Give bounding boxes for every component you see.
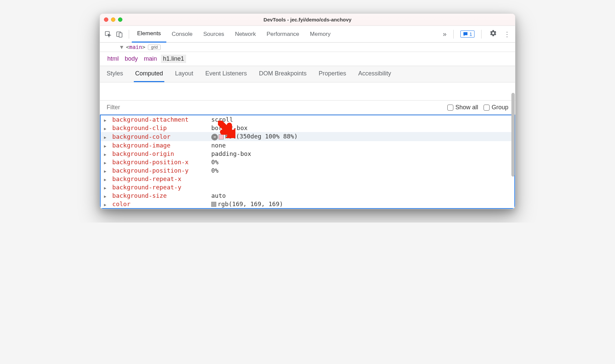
computed-property-row[interactable]: ▶ background-sizeauto	[101, 191, 514, 200]
main-tab-memory[interactable]: Memory	[304, 26, 336, 43]
computed-property-row[interactable]: ▶ background-attachmentscroll	[101, 115, 514, 124]
expand-triangle-icon: ▼	[120, 44, 123, 50]
main-tab-sources[interactable]: Sources	[198, 26, 229, 43]
property-value: auto	[211, 192, 226, 199]
computed-property-row[interactable]: ▶ background-position-x0%	[101, 158, 514, 166]
spacer-row	[100, 82, 515, 101]
group-label: Group	[492, 104, 508, 111]
property-name: ▶ background-position-y	[104, 167, 211, 174]
property-name: ▶ background-size	[104, 192, 211, 199]
content-area: ▼ <main> grid htmlbodymainh1.line1 Style…	[100, 43, 515, 209]
show-all-label: Show all	[455, 104, 478, 111]
toolbar-separator	[481, 30, 482, 39]
settings-gear-icon[interactable]	[488, 29, 498, 39]
main-tab-elements[interactable]: Elements	[132, 26, 166, 43]
computed-property-row[interactable]: ▶ background-color➜hsl(350deg 100% 88%)	[101, 132, 514, 141]
scrollbar-thumb[interactable]	[511, 93, 515, 177]
subtab-styles[interactable]: Styles	[105, 66, 124, 82]
dom-tree-row[interactable]: ▼ <main> grid	[100, 43, 515, 52]
computed-properties-list: ▶ background-attachmentscroll▶ backgroun…	[100, 115, 515, 209]
property-value: 0%	[211, 167, 219, 174]
filter-bar: Show all Group	[100, 101, 515, 115]
subtab-properties[interactable]: Properties	[317, 66, 347, 82]
device-toolbar-icon[interactable]	[115, 29, 124, 39]
breadcrumb-segment[interactable]: html	[105, 55, 121, 63]
computed-property-row[interactable]: ▶ background-imagenone	[101, 141, 514, 149]
property-name: ▶ background-attachment	[104, 116, 211, 123]
titlebar: DevTools - jec.fyi/demo/cds-anchovy	[100, 14, 515, 26]
main-tab-console[interactable]: Console	[166, 26, 198, 43]
dom-tag-open: <main>	[126, 44, 146, 50]
breadcrumb-segment[interactable]: body	[123, 55, 140, 63]
breadcrumb-trail: htmlbodymainh1.line1	[100, 52, 515, 66]
property-value: padding-box	[211, 150, 251, 157]
color-swatch-icon[interactable]	[211, 202, 216, 207]
property-value: scroll	[211, 116, 233, 123]
property-name: ▶ background-repeat-y	[104, 184, 211, 191]
color-swatch-icon[interactable]	[219, 134, 224, 139]
checkbox-icon	[484, 105, 490, 111]
property-name: ▶ background-position-x	[104, 159, 211, 166]
group-toggle[interactable]: Group	[484, 104, 508, 111]
grid-badge[interactable]: grid	[148, 45, 161, 50]
styles-subtabs: StylesComputedLayoutEvent ListenersDOM B…	[100, 66, 515, 82]
breadcrumb-segment[interactable]: h1.line1	[161, 55, 186, 63]
checkbox-icon	[447, 105, 453, 111]
computed-property-row[interactable]: ▶ background-clipborder-box	[101, 124, 514, 132]
property-value: ➜hsl(350deg 100% 88%)	[211, 133, 298, 140]
property-value: none	[211, 142, 226, 149]
devtools-toolbar: ElementsConsoleSourcesNetworkPerformance…	[100, 26, 515, 43]
subtab-computed[interactable]: Computed	[134, 66, 164, 82]
subtab-dom-breakpoints[interactable]: DOM Breakpoints	[258, 66, 308, 82]
property-value: 0%	[211, 159, 219, 166]
svg-rect-2	[119, 33, 122, 37]
inspect-element-icon[interactable]	[103, 29, 113, 39]
subtab-event-listeners[interactable]: Event Listeners	[204, 66, 248, 82]
computed-property-row[interactable]: ▶ background-repeat-x	[101, 175, 514, 183]
breadcrumb-segment[interactable]: main	[142, 55, 159, 63]
main-tab-performance[interactable]: Performance	[261, 26, 304, 43]
computed-property-row[interactable]: ▶ colorrgb(169, 169, 169)	[101, 200, 514, 208]
issues-count: 1	[469, 31, 472, 37]
computed-property-row[interactable]: ▶ background-position-y0%	[101, 166, 514, 175]
property-value: border-box	[211, 124, 247, 131]
toolbar-separator	[453, 30, 454, 39]
property-name: ▶ background-repeat-x	[104, 175, 211, 182]
scrollbar[interactable]	[511, 93, 515, 209]
main-tab-network[interactable]: Network	[230, 26, 261, 43]
property-name: ▶ background-clip	[104, 124, 211, 131]
toolbar-right: » 1 ⋮	[443, 29, 512, 39]
devtools-window: DevTools - jec.fyi/demo/cds-anchovy Elem…	[100, 13, 515, 209]
toolbar-separator	[129, 30, 129, 39]
filter-input[interactable]	[107, 104, 442, 111]
goto-source-icon[interactable]: ➜	[211, 134, 218, 140]
window-title: DevTools - jec.fyi/demo/cds-anchovy	[100, 17, 515, 22]
main-tabs: ElementsConsoleSourcesNetworkPerformance…	[132, 26, 443, 43]
property-name: ▶ background-origin	[104, 150, 211, 157]
issues-badge[interactable]: 1	[460, 31, 474, 38]
kebab-menu-icon[interactable]: ⋮	[502, 30, 512, 38]
property-name: ▶ color	[104, 200, 211, 207]
more-tabs-chevron-icon[interactable]: »	[443, 30, 447, 38]
computed-property-row[interactable]: ▶ background-originpadding-box	[101, 149, 514, 158]
property-value: rgb(169, 169, 169)	[211, 200, 283, 207]
subtab-accessibility[interactable]: Accessibility	[357, 66, 392, 82]
subtab-layout[interactable]: Layout	[174, 66, 194, 82]
computed-property-row[interactable]: ▶ background-repeat-y	[101, 183, 514, 191]
property-name: ▶ background-image	[104, 142, 211, 149]
property-name: ▶ background-color	[104, 133, 211, 140]
show-all-toggle[interactable]: Show all	[447, 104, 478, 111]
